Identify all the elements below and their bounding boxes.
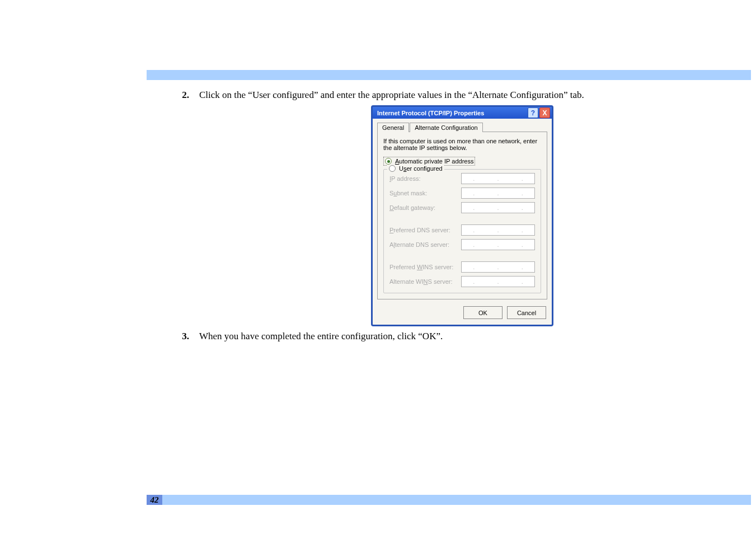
tab-general[interactable]: General [377,123,409,132]
row-subnet-mask: Subnet mask: ... [389,188,535,199]
label-default-gateway: Default gateway: [389,204,435,211]
input-ip-address[interactable]: ... [461,173,535,184]
row-preferred-dns: Preferred DNS server: ... [389,224,535,236]
row-ip-address: IP address: ... [389,173,535,184]
tab-pane-alternate: If this computer is used on more than on… [377,132,547,299]
step-number-3: 3. [173,331,189,342]
label-alternate-dns: Alternate DNS server: [389,241,449,248]
radio-user-configured-label: User configured [399,165,443,172]
input-alternate-wins[interactable]: ... [461,276,535,287]
label-preferred-dns: Preferred DNS server: [389,227,450,233]
radio-automatic-label: Automatic private IP address [395,158,473,165]
close-icon[interactable]: X [539,107,550,118]
label-preferred-wins: Preferred WINS server: [389,264,453,270]
label-ip-address: IP address: [389,175,420,182]
help-icon[interactable]: ? [528,107,538,118]
label-subnet-mask: Subnet mask: [389,190,427,196]
step-text-3: When you have completed the entire confi… [199,331,443,342]
row-alternate-dns: Alternate DNS server: ... [389,239,535,250]
page-number: 42 [147,495,162,505]
tab-alternate-configuration[interactable]: Alternate Configuration [410,123,483,132]
label-alternate-wins: Alternate WINS server: [389,278,453,285]
row-preferred-wins: Preferred WINS server: ... [389,261,535,273]
radio-user-configured[interactable]: User configured [387,165,444,172]
user-configured-fieldset: User configured IP address: ... Subnet m… [383,169,541,293]
row-alternate-wins: Alternate WINS server: ... [389,276,535,287]
cancel-button[interactable]: Cancel [507,306,546,319]
radio-automatic-private-ip[interactable]: Automatic private IP address [383,157,475,166]
step-number-2: 2. [173,90,189,101]
input-alternate-dns[interactable]: ... [461,239,535,250]
top-stripe [147,70,751,80]
dialog-titlebar: Internet Protocol (TCP/IP) Properties ? … [373,107,552,119]
step-2: 2. Click on the “User configured” and en… [173,90,751,101]
intro-text: If this computer is used on more than on… [383,138,541,151]
input-preferred-dns[interactable]: ... [461,224,535,236]
input-subnet-mask[interactable]: ... [461,188,535,199]
ok-button[interactable]: OK [463,306,503,319]
dialog-title-text: Internet Protocol (TCP/IP) Properties [377,110,484,116]
tab-strip: General Alternate Configuration [377,123,552,132]
footer-stripe: 42 [147,495,751,505]
step-3: 3. When you have completed the entire co… [173,331,751,342]
row-default-gateway: Default gateway: ... [389,202,535,213]
input-default-gateway[interactable]: ... [461,202,535,213]
input-preferred-wins[interactable]: ... [461,261,535,273]
step-text-2: Click on the “User configured” and enter… [199,90,584,101]
tcpip-properties-dialog: Internet Protocol (TCP/IP) Properties ? … [371,105,553,326]
